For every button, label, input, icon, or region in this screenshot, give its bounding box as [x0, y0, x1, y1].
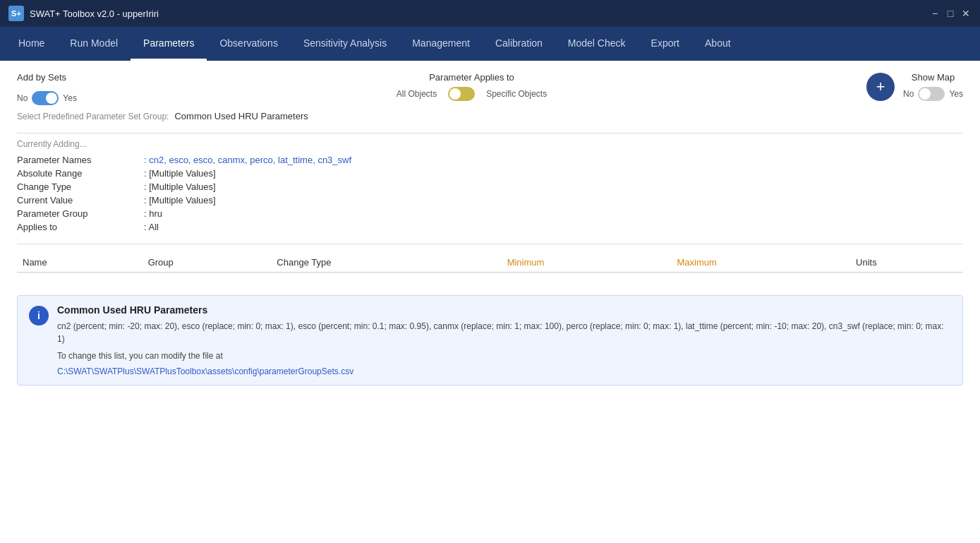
info-content: Common Used HRU Parameters cn2 (percent;… — [57, 304, 951, 376]
all-objects-label: All Objects — [397, 89, 437, 99]
currently-adding-grid: Parameter Names: cn2, esco, esco, canmx,… — [17, 155, 963, 232]
add-by-sets-no: No — [17, 93, 28, 103]
col-header-units: Units — [850, 253, 963, 273]
nav-item-management[interactable]: Management — [399, 27, 483, 61]
add-by-sets-section: Add by Sets No Yes — [17, 72, 77, 105]
nav-item-model-check[interactable]: Model Check — [555, 27, 639, 61]
show-map-no: No — [903, 89, 914, 99]
applies-toggle[interactable] — [448, 87, 475, 101]
predefined-label: Select Predefined Parameter Set Group: — [17, 112, 169, 121]
currently-value: : cn2, esco, esco, canmx, perco, lat_tti… — [144, 155, 963, 165]
col-header-group: Group — [143, 253, 272, 273]
nav-item-observations[interactable]: Observations — [207, 27, 290, 61]
show-map-yes: Yes — [949, 89, 963, 99]
currently-key: Applies to — [17, 222, 144, 232]
show-map-toggle[interactable] — [918, 87, 945, 101]
col-header-change-type: Change Type — [271, 253, 501, 273]
nav-item-about[interactable]: About — [692, 27, 744, 61]
minimize-button[interactable]: − — [929, 8, 940, 19]
currently-key: Current Value — [17, 195, 144, 205]
info-title: Common Used HRU Parameters — [57, 304, 951, 316]
navbar: HomeRun ModelParametersObservationsSensi… — [0, 27, 980, 61]
currently-value: : All — [144, 222, 963, 232]
parameter-applies-label: Parameter Applies to — [429, 72, 514, 83]
nav-item-parameters[interactable]: Parameters — [131, 27, 207, 61]
nav-item-export[interactable]: Export — [639, 27, 692, 61]
currently-adding-section: Currently Adding... Parameter Names: cn2… — [17, 139, 963, 232]
add-parameter-button[interactable]: + — [866, 73, 895, 101]
show-map-label: Show Map — [912, 72, 955, 83]
specific-objects-label: Specific Objects — [486, 89, 547, 99]
add-by-sets-toggle-wrap: No Yes — [17, 91, 77, 105]
titlebar-controls: − □ ✕ — [929, 8, 972, 19]
col-header-minimum: Minimum — [502, 253, 672, 273]
nav-item-sensitivity-analysis[interactable]: Sensitivity Analysis — [291, 27, 399, 61]
separator-1 — [17, 133, 963, 133]
info-change-note: To change this list, you can modify the … — [57, 350, 951, 362]
show-map-section: Show Map No Yes — [903, 72, 963, 101]
nav-item-home[interactable]: Home — [6, 27, 57, 61]
titlebar: S+ SWAT+ Toolbox v2.0 - upperIriri − □ ✕ — [0, 0, 980, 27]
info-icon: i — [29, 306, 49, 326]
nav-item-calibration[interactable]: Calibration — [483, 27, 555, 61]
parameters-table: NameGroupChange TypeMinimumMaximumUnits — [17, 253, 963, 273]
close-button[interactable]: ✕ — [960, 8, 972, 19]
currently-value: : [Multiple Values] — [144, 168, 963, 179]
currently-value: : hru — [144, 208, 963, 219]
col-header-name: Name — [17, 253, 143, 273]
currently-value: : [Multiple Values] — [144, 181, 963, 192]
info-file-path: C:\SWAT\SWATPlus\SWATPlusToolbox\assets\… — [57, 366, 951, 376]
currently-adding-label: Currently Adding... — [17, 139, 963, 149]
col-header-maximum: Maximum — [672, 253, 851, 273]
currently-key: Parameter Group — [17, 208, 144, 219]
table-header-row: NameGroupChange TypeMinimumMaximumUnits — [17, 253, 963, 273]
add-by-sets-toggle[interactable] — [32, 91, 59, 105]
show-map-toggle-wrap: No Yes — [903, 87, 963, 101]
parameter-applies-section: Parameter Applies to All Objects Specifi… — [397, 72, 547, 101]
titlebar-left: S+ SWAT+ Toolbox v2.0 - upperIriri — [8, 6, 159, 21]
info-description: cn2 (percent; min: -20; max: 20), esco (… — [57, 320, 951, 345]
app-logo: S+ — [8, 6, 24, 21]
currently-key: Parameter Names — [17, 155, 144, 165]
currently-value: : [Multiple Values] — [144, 195, 963, 205]
nav-item-run-model[interactable]: Run Model — [57, 27, 131, 61]
main-content: Add by Sets No Yes Parameter Applies to … — [0, 61, 980, 543]
top-right-controls: + Show Map No Yes — [866, 72, 963, 101]
top-controls: Add by Sets No Yes Parameter Applies to … — [17, 72, 963, 105]
add-by-sets-label: Add by Sets — [17, 72, 66, 83]
predefined-value: Common Used HRU Parameters — [174, 111, 308, 121]
applies-toggle-row: All Objects Specific Objects — [397, 87, 547, 101]
add-by-sets-yes: Yes — [63, 93, 77, 103]
maximize-button[interactable]: □ — [945, 8, 956, 19]
separator-2 — [17, 244, 963, 244]
currently-key: Absolute Range — [17, 168, 144, 179]
currently-key: Change Type — [17, 181, 144, 192]
predefined-row: Select Predefined Parameter Set Group: C… — [17, 111, 963, 121]
titlebar-title: SWAT+ Toolbox v2.0 - upperIriri — [30, 8, 159, 19]
table-head: NameGroupChange TypeMinimumMaximumUnits — [17, 253, 963, 273]
info-box: i Common Used HRU Parameters cn2 (percen… — [17, 295, 963, 386]
